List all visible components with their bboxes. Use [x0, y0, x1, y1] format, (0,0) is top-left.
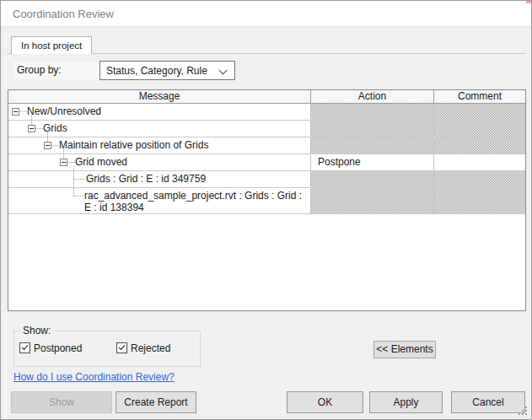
comment-cell-disabled — [433, 121, 525, 137]
row-label: Maintain relative position of Grids — [59, 137, 208, 153]
column-header-action[interactable]: Action — [310, 90, 433, 103]
create-report-button[interactable]: Create Report — [116, 391, 196, 413]
group-by-selected-value: Status, Category, Rule — [106, 65, 207, 77]
table-row[interactable]: Grid moved Postpone — [8, 154, 525, 171]
column-header-comment[interactable]: Comment — [433, 90, 525, 103]
comment-cell[interactable] — [433, 154, 525, 170]
rejected-checkbox-label: Rejected — [131, 342, 170, 354]
row-label: Grids : Grid : E : id 349759 — [86, 171, 206, 187]
comment-cell-disabled — [433, 171, 525, 187]
tree-line — [35, 128, 43, 129]
chevron-down-icon — [219, 67, 228, 75]
window-title: Coordination Review — [13, 8, 114, 20]
comment-cell-disabled — [433, 188, 525, 213]
help-link[interactable]: How do I use Coordination Review? — [13, 371, 175, 383]
show-group-box: Show: Postponed Rejected — [13, 331, 201, 367]
collapse-toggle-icon[interactable] — [44, 142, 51, 149]
tree-line — [73, 166, 74, 196]
table-row[interactable]: New/Unresolved — [8, 104, 525, 121]
table-header: Message Action Comment — [8, 90, 525, 104]
cancel-button[interactable]: Cancel — [451, 391, 525, 413]
action-value: Postpone — [318, 154, 361, 170]
tree-line — [73, 196, 83, 197]
table-row[interactable]: Maintain relative position of Grids — [8, 137, 525, 154]
row-label: Grid moved — [75, 154, 127, 170]
table-body: New/Unresolved Grids Maintain rela — [8, 104, 525, 311]
close-button-sliver[interactable] — [526, 1, 531, 3]
apply-button[interactable]: Apply — [369, 391, 443, 413]
collapse-toggle-icon[interactable] — [28, 125, 35, 132]
checkmark-icon — [119, 343, 126, 350]
action-cell-disabled — [310, 104, 433, 120]
show-button[interactable]: Show — [11, 391, 112, 413]
column-header-message[interactable]: Message — [8, 90, 310, 103]
group-by-dropdown[interactable]: Status, Category, Rule — [99, 61, 235, 80]
comment-cell-disabled — [433, 104, 525, 120]
rejected-checkbox[interactable] — [116, 342, 127, 353]
elements-button[interactable]: << Elements — [373, 341, 436, 358]
postponed-checkbox-label: Postponed — [34, 342, 82, 354]
row-label: New/Unresolved — [27, 104, 101, 120]
tree-line — [31, 116, 32, 125]
comment-cell-disabled — [433, 137, 525, 153]
coordination-table: Message Action Comment New/Unresolved Gr… — [8, 89, 526, 311]
show-group-label: Show: — [20, 325, 53, 337]
collapse-toggle-icon[interactable] — [60, 159, 67, 166]
checkmark-icon — [22, 343, 29, 350]
action-cell-disabled — [310, 137, 433, 153]
tree-line — [63, 149, 64, 159]
table-row[interactable]: Grids : Grid : E : id 349759 — [8, 171, 525, 188]
postponed-checkbox[interactable] — [19, 342, 30, 353]
title-bar[interactable]: Coordination Review — [1, 1, 531, 27]
tab-in-host-project[interactable]: In host project — [11, 36, 92, 54]
ok-button[interactable]: OK — [287, 391, 363, 413]
collapse-toggle-icon[interactable] — [12, 108, 19, 116]
resize-grip[interactable] — [525, 413, 527, 415]
tree-line — [47, 132, 48, 142]
group-by-label-panel: Group by: — [13, 62, 100, 79]
group-by-label: Group by: — [17, 64, 62, 76]
table-row[interactable]: rac_advanced_sample_project.rvt : Grids … — [8, 188, 525, 214]
tree-line — [67, 162, 75, 163]
tree-line — [73, 179, 84, 180]
row-label: rac_advanced_sample_project.rvt : Grids … — [84, 190, 309, 213]
tree-line — [19, 111, 27, 112]
table-row[interactable]: Grids — [8, 121, 525, 137]
action-cell-disabled — [310, 171, 433, 187]
action-cell-disabled — [310, 188, 433, 213]
tab-label: In host project — [21, 40, 82, 51]
action-cell-disabled — [310, 121, 433, 137]
tree-line — [51, 145, 59, 146]
coordination-review-dialog: Coordination Review In host project Grou… — [0, 0, 532, 420]
action-dropdown-cell[interactable]: Postpone — [310, 154, 433, 170]
